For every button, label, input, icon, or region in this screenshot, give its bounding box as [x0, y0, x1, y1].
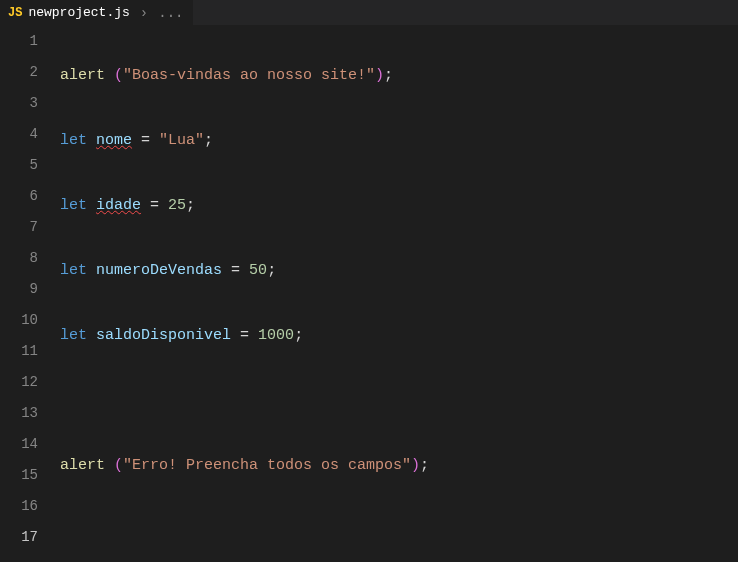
line-number: 13 — [0, 398, 38, 429]
breadcrumb-rest: ... — [158, 5, 183, 21]
line-number: 6 — [0, 181, 38, 212]
line-number: 1 — [0, 26, 38, 57]
code-line: let nome = "Lua"; — [60, 125, 738, 156]
code-line — [60, 515, 738, 546]
js-icon: JS — [8, 6, 22, 20]
line-number: 4 — [0, 119, 38, 150]
line-number: 12 — [0, 367, 38, 398]
line-number: 16 — [0, 491, 38, 522]
code-line: alert ("Erro! Preencha todos os campos")… — [60, 450, 738, 481]
line-number: 8 — [0, 243, 38, 274]
line-number: 7 — [0, 212, 38, 243]
tab-bar: JS newproject.js › ... — [0, 0, 738, 26]
code-line: alert ("Boas-vindas ao nosso site!"); — [60, 60, 738, 91]
line-number: 14 — [0, 429, 38, 460]
line-number: 2 — [0, 57, 38, 88]
line-number: 17 — [0, 522, 38, 553]
line-number: 9 — [0, 274, 38, 305]
line-number-gutter: 1 2 3 4 5 6 7 8 9 10 11 12 13 14 15 16 1… — [0, 26, 56, 562]
code-content[interactable]: alert ("Boas-vindas ao nosso site!"); le… — [56, 26, 738, 562]
line-number: 3 — [0, 88, 38, 119]
tab-newproject[interactable]: JS newproject.js › ... — [0, 0, 193, 26]
code-line: let idade = 25; — [60, 190, 738, 221]
code-line — [60, 385, 738, 416]
breadcrumb-separator: › — [136, 5, 152, 21]
code-line: let saldoDisponivel = 1000; — [60, 320, 738, 351]
code-editor[interactable]: 1 2 3 4 5 6 7 8 9 10 11 12 13 14 15 16 1… — [0, 26, 738, 562]
code-line: let numeroDeVendas = 50; — [60, 255, 738, 286]
tab-filename: newproject.js — [28, 5, 129, 20]
line-number: 11 — [0, 336, 38, 367]
line-number: 5 — [0, 150, 38, 181]
line-number: 10 — [0, 305, 38, 336]
line-number: 15 — [0, 460, 38, 491]
